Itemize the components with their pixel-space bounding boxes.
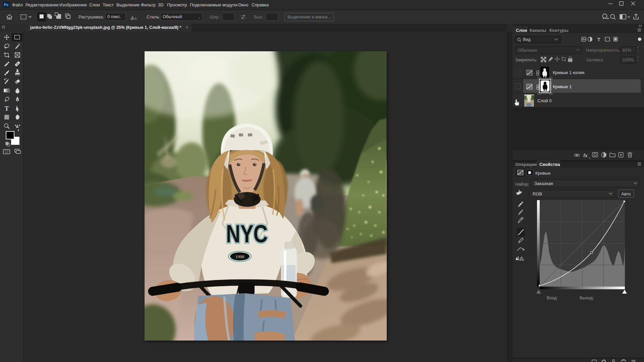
svg-text:Контуры: Контуры (549, 28, 569, 33)
svg-text:Набор:: Набор: (515, 182, 529, 187)
svg-text:Каналы: Каналы (530, 28, 546, 33)
svg-text:Заливка:: Заливка: (586, 57, 604, 62)
svg-text:Кривые 1: Кривые 1 (553, 84, 572, 89)
svg-text:100%: 100% (623, 57, 634, 62)
svg-text:Вход:: Вход: (547, 295, 558, 300)
svg-text:1998: 1998 (235, 254, 244, 259)
svg-text:Свойства: Свойства (539, 162, 560, 167)
svg-text:Непрозрачность:: Непрозрачность: (586, 48, 620, 53)
svg-text:81%: 81% (623, 48, 631, 53)
svg-text:!: ! (521, 258, 522, 260)
svg-text:Авто: Авто (621, 191, 631, 196)
svg-text:NYC: NYC (226, 220, 268, 247)
svg-text:Слой 0: Слой 0 (537, 98, 551, 103)
svg-text:Заказная: Заказная (534, 181, 553, 186)
svg-text:Обычные: Обычные (518, 48, 537, 53)
svg-text:T: T (5, 105, 9, 112)
svg-text:fx: fx (583, 153, 588, 158)
svg-text:T: T (597, 37, 600, 42)
svg-text:RGB: RGB (533, 191, 542, 196)
svg-text:Слои: Слои (516, 28, 527, 33)
svg-text:Вид: Вид (523, 37, 531, 42)
svg-text:Операции: Операции (515, 162, 537, 167)
svg-text:Выход:: Выход: (580, 295, 594, 300)
svg-text:Кривые 1 копия: Кривые 1 копия (553, 70, 584, 75)
svg-text:Кривые: Кривые (535, 171, 551, 176)
svg-text:Закрепить:: Закрепить: (515, 57, 537, 62)
